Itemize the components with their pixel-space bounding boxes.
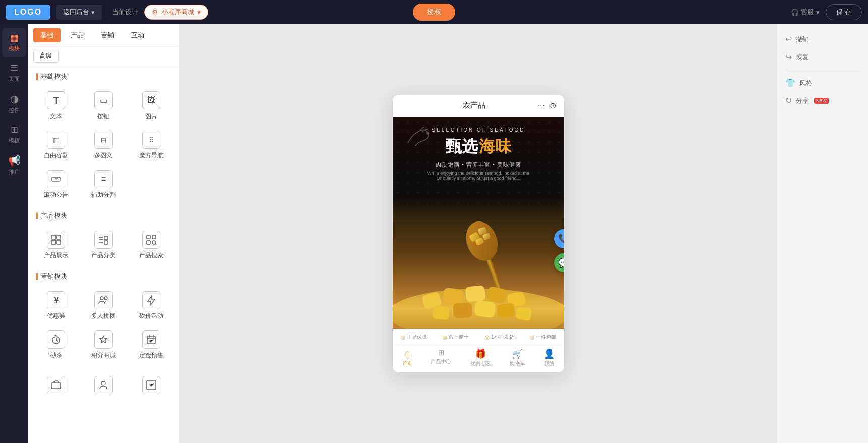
offers-label: 优惠专区: [470, 360, 491, 367]
module-flash-sale[interactable]: 砍价活动: [128, 286, 175, 325]
home-label: 首页: [402, 360, 412, 367]
module-product-display[interactable]: 产品展示: [32, 226, 80, 265]
food-pile-svg: [393, 263, 564, 329]
module-text[interactable]: T 文本: [32, 86, 80, 126]
module-image[interactable]: 🖼 图片: [128, 86, 175, 126]
points-mall-label: 积分商城: [91, 351, 116, 360]
sidebar-item-page-label: 页面: [9, 75, 20, 83]
miniprogram-chevron-icon: ▾: [197, 9, 201, 16]
cart-label: 购物车: [510, 360, 525, 367]
more-icon[interactable]: ···: [538, 101, 545, 110]
nav-tab-mine[interactable]: 👤 我的: [544, 348, 555, 367]
banner-sub-desc: While enjoying the delicious seafood, lo…: [417, 171, 539, 181]
target-icon[interactable]: ⊙: [550, 101, 556, 110]
main-layout: ▦ 模块 ☰ 页面 ◑ 控件 ⊞ 模板 📢 推广 基础 产品 营销 互动 高级: [0, 24, 868, 443]
sidebar-item-module[interactable]: ▦ 模块: [2, 28, 26, 57]
authentic-icon: ◎: [401, 335, 405, 340]
svg-point-16: [104, 297, 107, 300]
tab-marketing[interactable]: 营销: [94, 28, 121, 42]
module-panel: 基础 产品 营销 互动 高级 基础模块 T 文本 ▭ 按钮 🖼 图片: [28, 24, 180, 443]
nav-tab-cart[interactable]: 🛒 购物车: [510, 348, 525, 367]
nav-tab-products[interactable]: ⊞ 产品中心: [431, 348, 451, 367]
header-right: 🎧 客服 ▾ 保 存: [791, 4, 862, 20]
module-product-category[interactable]: 产品分类: [80, 226, 127, 265]
svg-rect-31: [465, 285, 485, 302]
headset-icon: 🎧: [791, 9, 799, 16]
module-points-mall[interactable]: 积分商城: [80, 325, 127, 365]
support-button[interactable]: 🎧 客服 ▾: [791, 8, 820, 17]
free-ship-label: 一件包邮: [536, 334, 556, 341]
nav-tab-home[interactable]: ⌂ 首页: [402, 348, 412, 367]
svg-rect-9: [104, 241, 108, 244]
svg-rect-19: [51, 383, 61, 389]
module-extra1[interactable]: [32, 371, 80, 402]
phone-header-icons: ··· ⊙: [538, 101, 556, 110]
flash-sale-icon: [142, 291, 160, 309]
promotion-icon: 📢: [8, 154, 21, 167]
svg-point-20: [101, 381, 105, 385]
banner-title-white: 甄选: [446, 136, 478, 158]
product-category-icon: [94, 231, 113, 249]
module-icon: ▦: [10, 32, 19, 43]
redo-action[interactable]: ↪ 恢复: [785, 52, 860, 62]
sidebar-item-promotion[interactable]: 📢 推广: [2, 150, 26, 180]
products-icon: ⊞: [438, 348, 445, 357]
tab-basic[interactable]: 基础: [33, 28, 61, 42]
module-group-buy[interactable]: 多人拼团: [80, 286, 127, 325]
share-action[interactable]: ↻ 分享 NEW: [785, 96, 860, 105]
sidebar-item-template[interactable]: ⊞ 模板: [2, 120, 26, 148]
back-label: 返回后台: [63, 8, 89, 17]
module-button[interactable]: ▭ 按钮: [80, 86, 127, 126]
multi-image-icon: ⊟: [94, 131, 113, 149]
phone-header: 农产品 ··· ⊙: [393, 95, 564, 117]
module-seckill[interactable]: 秒杀: [32, 325, 80, 365]
authentic-label: 正品保障: [407, 334, 427, 341]
logo: LOGO: [6, 5, 50, 20]
module-coupon[interactable]: ¥ 优惠券: [32, 286, 80, 325]
section-marketing-title: 营销模块: [28, 267, 179, 284]
sidebar-item-template-label: 模板: [9, 137, 20, 144]
home-icon: ⌂: [404, 348, 410, 359]
sidebar-item-page[interactable]: ☰ 页面: [2, 59, 26, 87]
magic-nav-icon: ⠿: [142, 131, 160, 149]
svg-rect-34: [432, 306, 450, 320]
right-panel: ↩ 撤销 ↪ 恢复 👕 风格 ↻ 分享 NEW: [777, 24, 868, 443]
canvas-area: 农产品 ··· ⊙: [180, 24, 777, 443]
products-label: 产品中心: [431, 358, 451, 365]
auth-button[interactable]: 授权: [413, 4, 455, 21]
share-label: 分享: [796, 96, 809, 105]
back-button[interactable]: 返回后台 ▾: [56, 5, 102, 20]
tab-bar: 基础 产品 营销 互动: [28, 24, 179, 47]
module-extra2[interactable]: [80, 371, 127, 402]
undo-icon: ↩: [785, 34, 792, 44]
miniprogram-button[interactable]: ⚙ 小程序商城 ▾: [144, 5, 208, 20]
share-icon: ↻: [785, 96, 792, 105]
undo-action[interactable]: ↩ 撤销: [785, 34, 860, 44]
free-ship-icon: ◎: [530, 335, 534, 340]
module-magic-nav[interactable]: ⠿ 魔方导航: [128, 126, 175, 165]
module-multi-image[interactable]: ⊟ 多图文: [80, 126, 127, 165]
module-free-container[interactable]: ◻ 自由容器: [32, 126, 80, 165]
tab-advanced[interactable]: 高级: [33, 49, 59, 63]
header: LOGO 返回后台 ▾ 当前设计 ⚙ 小程序商城 ▾ 授权 🎧 客服 ▾ 保 存: [0, 0, 868, 24]
flash-sale-label: 砍价活动: [139, 312, 164, 320]
svg-rect-1: [51, 235, 56, 239]
module-product-search[interactable]: 产品搜索: [128, 226, 175, 265]
cart-icon: 🛒: [512, 348, 523, 359]
phone-container: 农产品 ··· ⊙: [393, 95, 564, 372]
coupon-label: 优惠券: [47, 312, 65, 320]
module-aux-divider[interactable]: ≡ 辅助分割: [80, 165, 127, 204]
phone-navbar: ⌂ 首页 ⊞ 产品中心 🎁 优惠专区 🛒 购物车: [393, 345, 564, 372]
scroll-notice-icon: [47, 170, 65, 188]
undo-label: 撤销: [796, 35, 809, 44]
nav-tab-offers[interactable]: 🎁 优惠专区: [470, 348, 491, 367]
tab-product[interactable]: 产品: [64, 28, 91, 42]
module-presale[interactable]: 定金预售: [128, 325, 175, 365]
save-button[interactable]: 保 存: [826, 4, 862, 20]
module-scroll-notice[interactable]: 滚动公告: [32, 165, 80, 204]
aux-divider-label: 辅助分割: [91, 191, 116, 199]
style-action[interactable]: 👕 风格: [785, 78, 860, 88]
tab-interaction[interactable]: 互动: [124, 28, 151, 42]
sidebar-item-control[interactable]: ◑ 控件: [2, 89, 26, 118]
module-extra3[interactable]: [128, 371, 175, 402]
